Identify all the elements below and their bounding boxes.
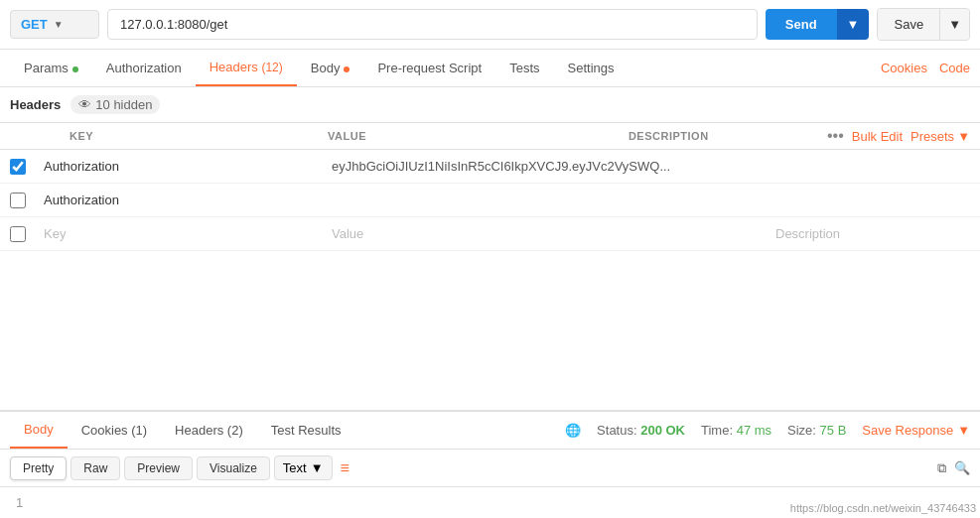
more-options-button[interactable]: ••• xyxy=(827,127,844,145)
tab-authorization[interactable]: Authorization xyxy=(92,51,196,85)
method-chevron-icon: ▼ xyxy=(54,19,64,30)
line-number: 1 xyxy=(16,495,23,510)
row-value-1[interactable]: eyJhbGciOiJIUzI1NiIsInR5cCI6IkpXVCJ9.eyJ… xyxy=(328,155,771,178)
tab-settings[interactable]: Settings xyxy=(554,51,629,85)
hidden-toggle[interactable]: 👁 10 hidden xyxy=(70,95,160,114)
send-button-group: Send ▼ xyxy=(766,9,870,40)
globe-icon: 🌐 xyxy=(565,423,581,438)
checkbox-1[interactable] xyxy=(10,159,26,175)
right-links: Cookies Code xyxy=(881,61,970,75)
row-desc-1 xyxy=(771,163,970,171)
tab-body[interactable]: Body xyxy=(297,51,364,85)
checkbox-3[interactable] xyxy=(10,226,26,242)
save-arrow-button[interactable]: ▼ xyxy=(939,9,969,40)
save-response-button[interactable]: Save Response ▼ xyxy=(862,423,970,438)
row-checkbox-2[interactable] xyxy=(10,193,40,208)
row-key-placeholder[interactable]: Key xyxy=(40,222,328,245)
response-tab-testresults[interactable]: Test Results xyxy=(257,413,355,448)
row-key-1[interactable]: Authorization xyxy=(40,155,328,178)
row-desc-placeholder[interactable]: Description xyxy=(771,222,970,245)
tab-params[interactable]: Params xyxy=(10,51,92,85)
wrap-icon[interactable]: ≡ xyxy=(341,459,350,477)
row-checkbox-1[interactable] xyxy=(10,159,40,175)
cookies-link[interactable]: Cookies xyxy=(881,61,927,75)
format-visualize-button[interactable]: Visualize xyxy=(197,456,270,480)
bulk-edit-button[interactable]: Bulk Edit xyxy=(852,129,903,144)
save-button[interactable]: Save xyxy=(878,9,939,40)
checkbox-2[interactable] xyxy=(10,193,26,208)
eye-icon: 👁 xyxy=(78,97,91,112)
table-actions: ••• Bulk Edit Presets ▼ xyxy=(827,127,970,145)
tab-tests[interactable]: Tests xyxy=(495,51,553,85)
key-col-header: KEY xyxy=(40,130,328,142)
save-button-group: Save ▼ xyxy=(877,8,970,41)
method-label: GET xyxy=(21,17,48,32)
text-type-arrow: ▼ xyxy=(311,460,324,475)
desc-col-header: DESCRIPTION xyxy=(629,130,827,142)
send-arrow-button[interactable]: ▼ xyxy=(837,9,870,40)
table-row: Authorization eyJhbGciOiJIUzI1NiIsInR5cC… xyxy=(0,150,980,184)
response-tab-headers[interactable]: Headers (2) xyxy=(161,413,257,448)
value-col-header: VALUE xyxy=(328,130,629,142)
hidden-count: 10 hidden xyxy=(95,97,152,112)
tab-headers[interactable]: Headers (12) xyxy=(196,50,297,86)
row-checkbox-3[interactable] xyxy=(10,226,40,242)
time-value: 47 ms xyxy=(737,423,771,438)
table-row: Key Value Description xyxy=(0,217,980,251)
send-button[interactable]: Send xyxy=(766,9,837,40)
time-label: Time: 47 ms xyxy=(701,423,771,438)
params-dot xyxy=(72,66,78,72)
column-headers: KEY VALUE DESCRIPTION ••• Bulk Edit Pres… xyxy=(0,123,980,150)
format-preview-button[interactable]: Preview xyxy=(124,456,193,480)
tab-prerequest[interactable]: Pre-request Script xyxy=(363,51,495,85)
body-dot xyxy=(344,66,350,72)
size-value: 75 B xyxy=(820,423,847,438)
response-tabs-row: Body Cookies (1) Headers (2) Test Result… xyxy=(0,412,980,450)
row-key-2[interactable]: Authorization xyxy=(40,189,328,211)
watermark: https://blog.csdn.net/weixin_43746433 xyxy=(786,498,980,518)
top-bar: GET ▼ Send ▼ Save ▼ xyxy=(0,0,980,50)
headers-section-header: Headers 👁 10 hidden xyxy=(0,87,980,123)
response-tab-body[interactable]: Body xyxy=(10,412,68,449)
table-row: Authorization xyxy=(0,184,980,217)
row-value-2[interactable] xyxy=(328,196,771,204)
request-tabs-row: Params Authorization Headers (12) Body P… xyxy=(0,50,980,87)
method-select[interactable]: GET ▼ xyxy=(10,10,99,39)
url-input[interactable] xyxy=(107,9,758,40)
response-status: 🌐 Status: 200 OK Time: 47 ms Size: 75 B … xyxy=(565,423,970,438)
status-value: 200 OK xyxy=(640,423,685,438)
text-type-select[interactable]: Text ▼ xyxy=(274,455,333,480)
format-tabs: Pretty Raw Preview Visualize Text ▼ ≡ ⧉ … xyxy=(0,450,980,487)
search-icon[interactable]: 🔍 xyxy=(954,460,970,476)
row-desc-2 xyxy=(771,196,970,204)
row-value-placeholder[interactable]: Value xyxy=(328,222,771,245)
headers-badge: (12) xyxy=(261,61,282,74)
format-icons: ⧉ 🔍 xyxy=(937,460,970,476)
response-area: Body Cookies (1) Headers (2) Test Result… xyxy=(0,410,980,518)
format-raw-button[interactable]: Raw xyxy=(70,456,120,480)
format-pretty-button[interactable]: Pretty xyxy=(10,456,67,480)
code-link[interactable]: Code xyxy=(939,61,970,75)
size-label: Size: 75 B xyxy=(787,423,846,438)
section-title: Headers xyxy=(10,97,61,112)
response-tab-cookies[interactable]: Cookies (1) xyxy=(68,413,161,448)
text-type-label: Text xyxy=(283,460,307,475)
presets-button[interactable]: Presets ▼ xyxy=(910,129,970,144)
copy-icon[interactable]: ⧉ xyxy=(937,460,946,476)
status-label: Status: 200 OK xyxy=(597,423,685,438)
